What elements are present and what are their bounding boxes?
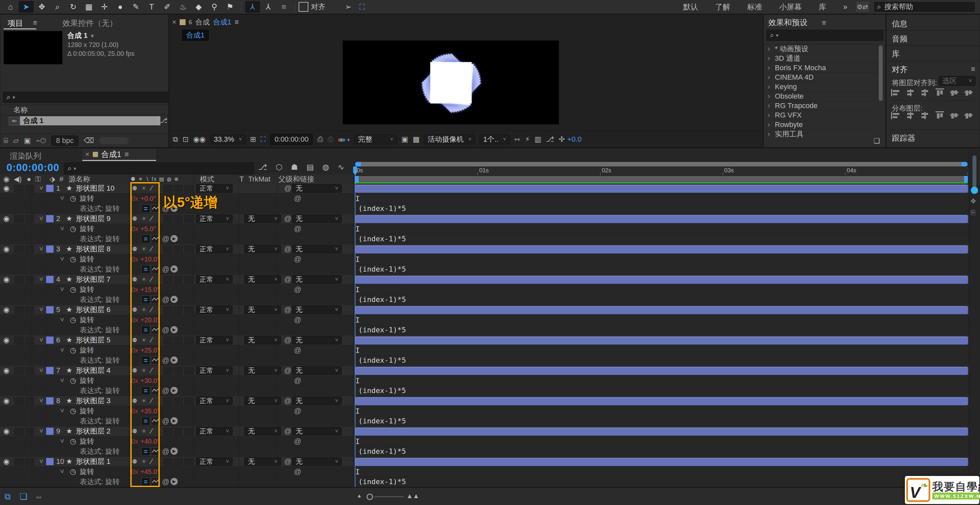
rotation-revolutions[interactable]: 0x bbox=[131, 467, 138, 476]
audio-slot[interactable] bbox=[14, 306, 24, 314]
quality-switch-icon[interactable]: ∕ bbox=[151, 396, 152, 406]
brush-tool-icon[interactable]: ✐ bbox=[160, 1, 175, 13]
tab-tracker[interactable]: 跟踪器 bbox=[892, 133, 915, 143]
expression-graph-icon[interactable] bbox=[151, 326, 160, 334]
stopwatch-icon[interactable]: ◷ bbox=[70, 285, 76, 294]
expression-language-menu-icon[interactable]: ▶ bbox=[170, 296, 178, 303]
layer-label-swatch[interactable] bbox=[46, 428, 54, 435]
rotation-row[interactable]: ˅◷旋转0x+5.0°@I bbox=[0, 224, 969, 234]
frame-blend-slot[interactable] bbox=[174, 215, 183, 223]
motion-blur-slot[interactable] bbox=[184, 306, 193, 314]
solo-slot[interactable] bbox=[25, 428, 34, 435]
expression-text[interactable]: (index-1)*5 bbox=[358, 326, 406, 334]
frame-blend-slot[interactable] bbox=[174, 306, 183, 314]
expression-pickwhip-icon[interactable]: @ bbox=[162, 325, 169, 335]
expression-text[interactable]: (index-1)*5 bbox=[358, 204, 406, 213]
expression-row[interactable]: 表达式: 旋转=@▶(index-1)*5 bbox=[0, 295, 969, 305]
rotation-property-label[interactable]: 旋转 bbox=[80, 437, 94, 446]
solo-slot[interactable] bbox=[25, 276, 34, 284]
collapse-switch-icon[interactable]: ☀ bbox=[141, 305, 146, 315]
stopwatch-icon[interactable]: ◷ bbox=[70, 315, 76, 325]
effects-category[interactable]: ›RG Trapcode bbox=[764, 101, 878, 111]
layer-duration-bar[interactable] bbox=[355, 306, 968, 314]
tab-effect-controls[interactable]: 效果控件（无） bbox=[59, 15, 121, 31]
parent-pickwhip-icon[interactable]: @ bbox=[284, 275, 291, 284]
stopwatch-icon[interactable]: ◷ bbox=[70, 406, 76, 416]
fx-slot[interactable] bbox=[163, 185, 172, 192]
align-h-center-icon[interactable] bbox=[905, 89, 916, 97]
distribute-right-icon[interactable] bbox=[920, 111, 931, 120]
rotation-value[interactable]: +10.0° bbox=[140, 254, 160, 264]
always-preview-icon[interactable]: ⧉ bbox=[173, 135, 178, 144]
trash-icon[interactable]: ⌫ bbox=[84, 137, 94, 145]
solo-column-icon[interactable]: ● bbox=[27, 174, 31, 184]
work-area-duration-bar[interactable] bbox=[355, 176, 968, 183]
time-ruler[interactable]: 0s01s02s03s04s05s bbox=[355, 167, 969, 176]
expression-enabled-toggle[interactable]: = bbox=[141, 386, 150, 395]
pickwhip-icon[interactable]: @ bbox=[294, 467, 301, 476]
comp-viewer[interactable] bbox=[343, 40, 559, 124]
parent-dropdown[interactable]: 无˅ bbox=[292, 275, 342, 284]
audio-slot[interactable] bbox=[14, 428, 24, 435]
layer-name[interactable]: 形状图层 10 bbox=[76, 183, 115, 193]
expression-text[interactable]: (index-1)*5 bbox=[358, 356, 406, 364]
expression-row[interactable]: 表达式: 旋转=@▶(index-1)*5 bbox=[0, 446, 969, 457]
mode-dropdown[interactable]: 正常˅ bbox=[196, 427, 232, 435]
shy-switch-icon[interactable]: ⚉ bbox=[132, 335, 137, 345]
parent-dropdown[interactable]: 无˅ bbox=[292, 427, 342, 435]
mini-flowchart-icon[interactable]: ⎇ bbox=[258, 163, 267, 172]
shy-switch-icon[interactable]: ⚉ bbox=[132, 426, 137, 436]
effects-category[interactable]: ›* 动画预设 bbox=[764, 44, 878, 54]
layer-name[interactable]: 形状图层 7 bbox=[76, 275, 110, 284]
rotation-property-label[interactable]: 旋转 bbox=[80, 406, 94, 416]
expression-language-menu-icon[interactable]: ▶ bbox=[170, 417, 178, 424]
collapse-arrow-icon[interactable]: ˅ bbox=[60, 315, 64, 325]
fx-slot[interactable] bbox=[163, 367, 172, 375]
exposure-reset-icon[interactable]: ✣ bbox=[558, 135, 565, 144]
audio-slot[interactable] bbox=[14, 185, 24, 192]
rotation-value[interactable]: +25.0° bbox=[140, 345, 160, 355]
solo-slot[interactable] bbox=[25, 246, 34, 253]
tab-timeline-comp[interactable]: × 合成1 ≡ bbox=[82, 148, 157, 160]
pixel-aspect-icon[interactable]: ⇿ bbox=[514, 135, 520, 144]
workspace-tab-小屏幕[interactable]: 小屏幕 bbox=[771, 2, 810, 12]
collapse-arrow-icon[interactable]: ˅ bbox=[60, 194, 64, 203]
stopwatch-icon[interactable]: ◷ bbox=[70, 376, 76, 386]
comp-nav-chip[interactable]: 合成1 bbox=[181, 29, 209, 41]
motion-blur-slot[interactable] bbox=[184, 458, 193, 466]
rotation-value[interactable]: +5.0° bbox=[140, 224, 156, 234]
rotation-value[interactable]: +30.0° bbox=[140, 376, 160, 386]
fx-slot[interactable] bbox=[163, 397, 172, 405]
parent-dropdown[interactable]: 无˅ bbox=[292, 457, 342, 466]
audio-slot[interactable] bbox=[14, 367, 24, 375]
rotation-value[interactable]: +45.0° bbox=[140, 467, 160, 476]
collapse-arrow-icon[interactable]: ˅ bbox=[39, 365, 43, 375]
motion-blur-icon[interactable]: ◍ bbox=[323, 163, 329, 172]
rotation-row[interactable]: ˅◷旋转0x+35.0°@I bbox=[0, 406, 969, 416]
expression-enabled-toggle[interactable]: = bbox=[141, 265, 150, 273]
fx-slot[interactable] bbox=[163, 306, 172, 314]
effects-panel-menu-icon[interactable]: ≡ bbox=[822, 19, 826, 27]
expression-graph-icon[interactable] bbox=[151, 295, 160, 304]
layer-row[interactable]: ◉˅6★形状图层 5⚉☀∕正常˅无˅@无˅ bbox=[0, 335, 969, 345]
rotation-row[interactable]: ˅◷旋转0x+40.0°@I bbox=[0, 437, 969, 446]
layer-duration-bar[interactable] bbox=[355, 397, 968, 405]
collapse-arrow-icon[interactable]: ˅ bbox=[60, 285, 64, 294]
layer-duration-bar[interactable] bbox=[355, 245, 968, 254]
rotation-revolutions[interactable]: 0x bbox=[131, 285, 138, 294]
layer-label-swatch[interactable] bbox=[46, 306, 54, 313]
help-search[interactable]: ⌕ 搜索帮助 bbox=[873, 1, 975, 13]
mode-dropdown[interactable]: 正常˅ bbox=[196, 457, 232, 466]
frame-blend-slot[interactable] bbox=[174, 185, 183, 192]
rotation-row[interactable]: ˅◷旋转0x+10.0°@I bbox=[0, 254, 969, 264]
layer-label-swatch[interactable] bbox=[46, 246, 54, 252]
vertical-zoom-handle[interactable] bbox=[971, 187, 978, 194]
expression-row[interactable]: 表达式: 旋转=@▶(index-1)*5 bbox=[0, 356, 969, 365]
panel-corner-icon[interactable]: ❏ bbox=[873, 137, 880, 145]
show-channel-icon[interactable]: ▾ bbox=[338, 135, 350, 144]
expression-graph-icon[interactable] bbox=[151, 235, 160, 243]
tab-library[interactable]: 库 bbox=[892, 49, 900, 59]
layer-name[interactable]: 形状图层 3 bbox=[76, 396, 110, 406]
rotation-row[interactable]: ˅◷旋转0x+15.0°@I bbox=[0, 285, 969, 295]
current-timecode[interactable]: 0:00:00:00 bbox=[6, 162, 59, 174]
